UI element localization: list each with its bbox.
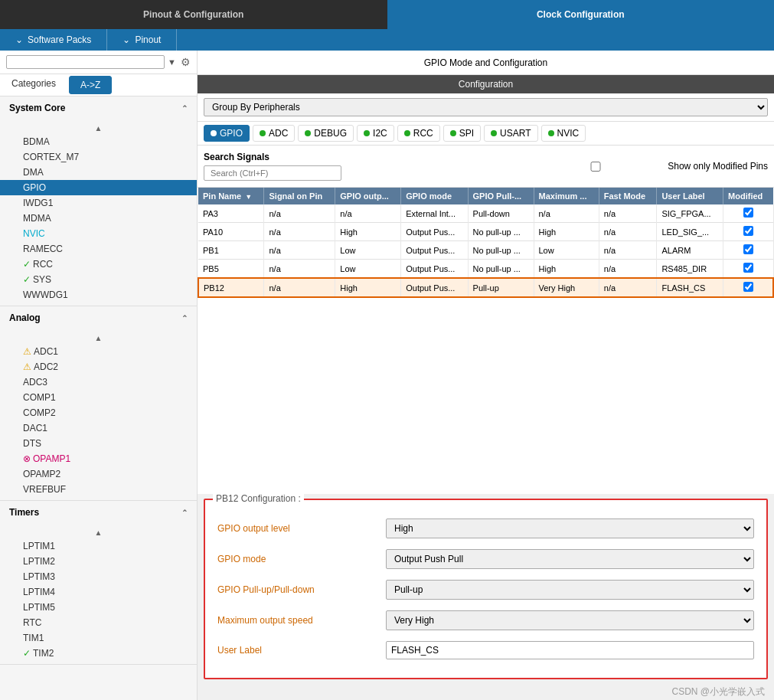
modified-checkbox[interactable]	[743, 226, 753, 236]
tab-categories[interactable]: Categories	[0, 74, 67, 96]
content-area: GPIO Mode and Configuration Configuratio…	[198, 51, 774, 700]
ptab-debug-label: DEBUG	[314, 128, 347, 139]
modified-checkbox[interactable]	[743, 208, 753, 218]
modified-cell[interactable]	[723, 241, 773, 260]
sidebar-item-opamp2[interactable]: OPAMP2	[0, 466, 197, 482]
th-gpio-output[interactable]: GPIO outp...	[335, 188, 401, 204]
gear-icon[interactable]: ⚙	[181, 56, 191, 68]
table-row[interactable]: PB12n/aHighOutput Pus...Pull-upVery High…	[198, 278, 773, 297]
ptab-rcc[interactable]: RCC	[397, 125, 440, 142]
user-label-input[interactable]	[386, 641, 754, 659]
section-timers-header[interactable]: Timers ⌃	[0, 501, 197, 524]
section-system-core-header[interactable]: System Core ⌃	[0, 96, 197, 119]
modified-checkbox[interactable]	[743, 263, 753, 273]
sidebar-item-dts[interactable]: DTS	[0, 436, 197, 451]
sidebar-item-nvic[interactable]: NVIC	[0, 226, 197, 241]
tab-pinout-config[interactable]: Pinout & Configuration	[0, 0, 387, 29]
ptab-gpio[interactable]: GPIO	[204, 125, 250, 142]
th-fast-mode[interactable]: Fast Mode	[599, 188, 657, 204]
system-core-items: ▲ BDMA CORTEX_M7 DMA GPIO IWDG1 MDMA NVI…	[0, 119, 197, 306]
sidebar-item-tim1[interactable]: TIM1	[0, 630, 197, 646]
search-signals-input[interactable]	[204, 165, 341, 181]
modified-checkbox[interactable]	[743, 244, 753, 254]
sidebar-item-sys[interactable]: ✓ SYS	[0, 272, 197, 287]
sidebar-item-rcc[interactable]: ✓ RCC	[0, 257, 197, 272]
gpio-mode-select[interactable]: Output Push Pull Output Open Drain	[386, 549, 754, 569]
pinout-tab[interactable]: ⌄ Pinout	[107, 29, 177, 51]
sidebar-item-comp1[interactable]: COMP1	[0, 390, 197, 405]
sidebar-item-comp2[interactable]: COMP2	[0, 405, 197, 420]
modified-cell[interactable]	[723, 223, 773, 241]
sidebar-item-dac1[interactable]: DAC1	[0, 420, 197, 436]
max-speed-select[interactable]: Low Medium High Very High	[386, 610, 754, 630]
table-cell: n/a	[264, 241, 335, 260]
table-row[interactable]: PB1n/aLowOutput Pus...No pull-up ...Lown…	[198, 241, 773, 260]
section-timers-label: Timers	[9, 507, 39, 518]
cancel-icon: ⊗	[23, 453, 31, 464]
ptab-spi[interactable]: SPI	[443, 125, 481, 142]
ptab-i2c[interactable]: I2C	[357, 125, 394, 142]
sidebar-item-lptim1[interactable]: LPTIM1	[0, 538, 197, 554]
tab-clock-config[interactable]: Clock Configuration	[387, 0, 775, 29]
sidebar-item-lptim4[interactable]: LPTIM4	[0, 584, 197, 600]
config-row-output-level: GPIO output level Low High	[217, 518, 754, 538]
table-cell: n/a	[599, 204, 657, 223]
sidebar-item-lptim2[interactable]: LPTIM2	[0, 554, 197, 569]
sidebar-item-tim2[interactable]: ✓ TIM2	[0, 646, 197, 661]
modified-cell[interactable]	[723, 260, 773, 279]
th-pin-name[interactable]: Pin Name ▼	[198, 188, 264, 204]
scroll-up-btn[interactable]: ▲	[0, 123, 197, 134]
sidebar-item-rtc[interactable]: RTC	[0, 615, 197, 630]
search-signals-label: Search Signals	[204, 152, 341, 162]
section-analog-header[interactable]: Analog ⌃	[0, 306, 197, 329]
ptab-nvic[interactable]: NVIC	[541, 125, 586, 142]
gpio-table-container: Pin Name ▼ Signal on Pin GPIO outp... GP…	[198, 188, 774, 494]
dot-icon	[491, 130, 497, 136]
ptab-debug[interactable]: DEBUG	[298, 125, 354, 142]
output-level-select[interactable]: Low High	[386, 518, 754, 538]
software-packs-tab[interactable]: ⌄ Software Packs	[0, 29, 107, 51]
scroll-up-btn-analog[interactable]: ▲	[0, 332, 197, 344]
sidebar-item-opamp1[interactable]: ⊗ OPAMP1	[0, 451, 197, 466]
scroll-up-btn-timers[interactable]: ▲	[0, 527, 197, 538]
sidebar-item-bdma[interactable]: BDMA	[0, 134, 197, 149]
pullupdown-select[interactable]: No pull-up and no pull-down Pull-up Pull…	[386, 580, 754, 600]
table-row[interactable]: PB5n/aLowOutput Pus...No pull-up ...High…	[198, 260, 773, 279]
modified-cell[interactable]	[723, 278, 773, 297]
check-icon: ✓	[23, 648, 31, 659]
modified-cell[interactable]	[723, 204, 773, 223]
sidebar-item-gpio[interactable]: GPIO	[0, 180, 197, 195]
sidebar-item-adc3[interactable]: ADC3	[0, 375, 197, 390]
gpio-mode-label: GPIO mode	[217, 554, 386, 564]
sidebar-item-iwdg1[interactable]: IWDG1	[0, 195, 197, 211]
tab-az[interactable]: A->Z	[69, 76, 112, 94]
table-cell: n/a	[534, 204, 599, 223]
th-signal[interactable]: Signal on Pin	[264, 188, 335, 204]
th-user-label[interactable]: User Label	[657, 188, 723, 204]
sidebar-item-mdma[interactable]: MDMA	[0, 211, 197, 226]
th-gpio-mode[interactable]: GPIO mode	[401, 188, 468, 204]
show-modified-checkbox[interactable]	[527, 162, 665, 172]
modified-checkbox[interactable]	[743, 282, 753, 292]
ptab-usart[interactable]: USART	[484, 125, 537, 142]
th-modified[interactable]: Modified	[723, 188, 773, 204]
sidebar-search-input[interactable]	[6, 55, 165, 69]
sidebar-item-ramecc[interactable]: RAMECC	[0, 241, 197, 257]
sidebar-item-cortex[interactable]: CORTEX_M7	[0, 149, 197, 165]
sidebar-item-vrefbuf[interactable]: VREFBUF	[0, 482, 197, 497]
ptab-i2c-label: I2C	[373, 128, 387, 139]
table-cell: Low	[335, 241, 401, 260]
th-gpio-pull[interactable]: GPIO Pull-...	[468, 188, 534, 204]
table-row[interactable]: PA3n/an/aExternal Int...Pull-downn/an/aS…	[198, 204, 773, 223]
sidebar-item-adc1[interactable]: ⚠ ADC1	[0, 344, 197, 359]
th-max-speed[interactable]: Maximum ...	[534, 188, 599, 204]
sidebar-item-adc2[interactable]: ⚠ ADC2	[0, 359, 197, 375]
table-row[interactable]: PA10n/aHighOutput Pus...No pull-up ...Hi…	[198, 223, 773, 241]
group-by-select[interactable]: Group By Peripherals Group By Pins	[204, 98, 768, 116]
sub-header: ⌄ Software Packs ⌄ Pinout	[0, 29, 774, 51]
sidebar-item-lptim5[interactable]: LPTIM5	[0, 600, 197, 615]
sidebar-item-dma[interactable]: DMA	[0, 165, 197, 180]
sidebar-item-lptim3[interactable]: LPTIM3	[0, 569, 197, 584]
sidebar-item-wwdg1[interactable]: WWWDG1	[0, 287, 197, 303]
ptab-adc[interactable]: ADC	[253, 125, 295, 142]
